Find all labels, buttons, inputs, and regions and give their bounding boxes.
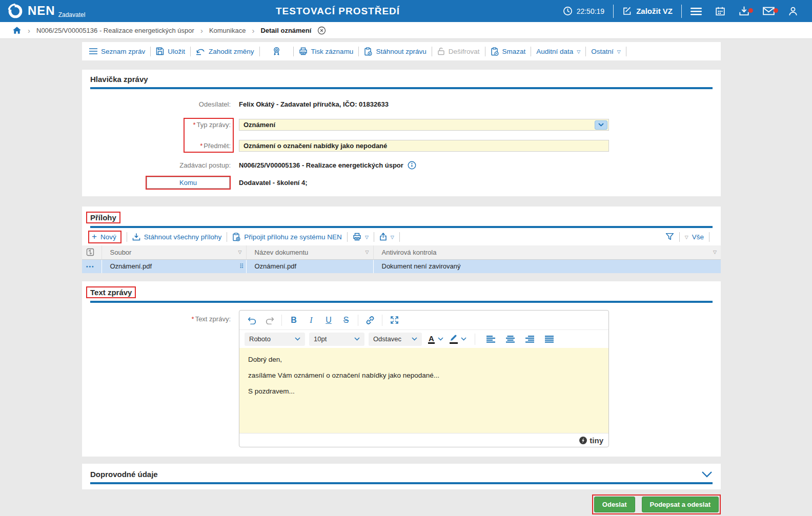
user-profile-button[interactable]: [781, 6, 805, 16]
italic-button[interactable]: I: [303, 313, 319, 327]
audit-data-menu[interactable]: Auditní data ▽: [536, 48, 580, 55]
align-right-button[interactable]: [522, 332, 538, 346]
recipients-button[interactable]: Komu: [147, 177, 230, 189]
collapse-chevron-icon[interactable]: [701, 471, 713, 478]
downloads-notification-dot: [748, 8, 753, 13]
editor-toolbar-row1: B I U S: [239, 311, 608, 329]
message-header-section: Hlavička zprávy Odesílatel: Felix Okátý …: [82, 70, 721, 196]
tiny-brand-text[interactable]: tiny: [590, 436, 603, 445]
undo-button[interactable]: [245, 313, 260, 327]
align-justify-button[interactable]: [542, 332, 557, 346]
message-text-input[interactable]: Dobrý den, zasíláme Vám oznámení o označ…: [239, 348, 608, 433]
message-type-select[interactable]: Oznámení: [239, 119, 609, 131]
cell-nazev[interactable]: Oznámení.pdf: [246, 259, 373, 273]
column-header-antivir[interactable]: Antivirová kontrola ▽: [373, 245, 721, 259]
seal-button[interactable]: [265, 47, 288, 56]
top-header-bar: NEN Zadavatel TESTOVACÍ PROSTŘEDÍ 22:50:…: [0, 0, 812, 22]
divider: [259, 47, 260, 56]
divider: [399, 232, 400, 242]
divider: [281, 315, 282, 326]
column-header-nazev[interactable]: Název dokumentu ▽: [246, 245, 373, 259]
breadcrumb: › N006/25/V00005136 - Realizace energeti…: [0, 22, 812, 39]
create-vz-button[interactable]: Založit VZ: [616, 6, 679, 16]
new-attachment-button[interactable]: + Nový: [92, 233, 116, 241]
redo-button[interactable]: [262, 313, 277, 327]
breadcrumb-item-komunikace[interactable]: Komunikace: [209, 27, 246, 34]
divider: [150, 47, 151, 56]
dropdown-triangle-icon: ▽: [685, 235, 688, 240]
section-title-hlavicka: Hlavička zprávy: [90, 75, 148, 84]
editor-toolbar-row2: Roboto 10pt Odstavec A: [239, 329, 608, 348]
record-toolbar: Seznam zpráv Uložit Zahodit změny Tisk z…: [82, 42, 721, 60]
divider: [681, 5, 682, 18]
home-icon[interactable]: [12, 26, 22, 34]
breadcrumb-separator: ›: [200, 26, 203, 35]
print-attachments-button[interactable]: ▽: [353, 233, 369, 241]
nen-logo[interactable]: NEN Zadavatel: [7, 3, 85, 19]
procedure-value: N006/25/V00005136 - Realizace energetick…: [239, 161, 403, 169]
divider: [227, 232, 227, 242]
mail-icon: [763, 6, 775, 16]
message-text-section: Text zprávy *Text zprávy: B I U: [82, 281, 721, 457]
cell-soubor[interactable]: Oznámení.pdf ⠿: [102, 259, 246, 273]
column-header-soubor[interactable]: Soubor ▽: [102, 245, 246, 259]
highlight-color-button[interactable]: [450, 334, 466, 344]
export-attachments-button[interactable]: ▽: [379, 233, 394, 241]
strikethrough-button[interactable]: S: [338, 313, 354, 327]
divider: [613, 5, 614, 18]
brand-name: NEN: [28, 3, 55, 18]
discard-changes-button[interactable]: Zahodit změny: [196, 48, 254, 55]
align-center-button[interactable]: [503, 332, 518, 346]
subject-input[interactable]: Oznámení o označení nabídky jako nepodan…: [239, 140, 609, 152]
filter-scope-select[interactable]: ▽ Vše: [685, 233, 704, 241]
close-tab-icon[interactable]: [317, 26, 326, 35]
drag-handle-icon[interactable]: ⠿: [239, 263, 244, 270]
calendar-button[interactable]: [708, 6, 732, 16]
delete-button[interactable]: Smazat: [491, 47, 526, 56]
attachments-table: Soubor ▽ Název dokumentu ▽ Antivirová ko…: [82, 245, 721, 273]
brand-role: Zadavatel: [58, 11, 86, 18]
attach-from-nen-button[interactable]: Připojit přílohu ze systému NEN: [232, 233, 342, 241]
fullscreen-button[interactable]: [387, 313, 402, 327]
send-button[interactable]: Odeslat: [594, 497, 635, 512]
messages-button[interactable]: [756, 6, 781, 16]
column-filter-icon[interactable]: ▽: [238, 250, 242, 255]
message-line: Dobrý den,: [248, 356, 600, 363]
downloads-button[interactable]: [732, 6, 756, 16]
text-color-button[interactable]: A: [428, 335, 443, 344]
other-menu[interactable]: Ostatní ▽: [591, 48, 620, 55]
section-title-doprovodne: Doprovodné údaje: [90, 470, 158, 479]
select-chevron-button[interactable]: [595, 120, 607, 130]
download-message-button[interactable]: Stáhnout zprávu: [364, 47, 426, 56]
divider: [626, 47, 626, 56]
link-button[interactable]: [362, 313, 378, 327]
block-format-select[interactable]: Odstavec: [369, 333, 422, 346]
message-list-button[interactable]: Seznam zpráv: [89, 48, 145, 55]
filter-button[interactable]: [665, 233, 674, 241]
column-chooser-header[interactable]: [82, 245, 102, 259]
underline-button[interactable]: U: [321, 313, 336, 327]
align-left-button[interactable]: [483, 332, 499, 346]
sign-and-send-button[interactable]: Podepsat a odeslat: [642, 497, 719, 512]
divider: [585, 47, 586, 56]
bold-button[interactable]: B: [286, 313, 301, 327]
sender-label: Odesílatel:: [82, 100, 234, 108]
nen-logo-icon: [7, 3, 24, 19]
font-size-select[interactable]: 10pt: [309, 333, 364, 346]
attachment-row[interactable]: ••• Oznámení.pdf ⠿ Oznámení.pdf Dokument…: [82, 259, 721, 273]
breadcrumb-item-procedure[interactable]: N006/25/V00005136 - Realizace energetick…: [36, 27, 194, 34]
info-icon[interactable]: [408, 161, 416, 170]
message-line: S pozdravem...: [248, 387, 600, 395]
column-filter-icon[interactable]: ▽: [366, 250, 369, 255]
section-title-prilohy: Přílohy: [86, 212, 120, 223]
save-button[interactable]: Uložit: [156, 47, 185, 55]
column-filter-icon[interactable]: ▽: [713, 250, 717, 255]
user-icon: [788, 6, 798, 16]
print-record-button[interactable]: Tisk záznamu: [299, 47, 354, 55]
message-type-label: *Typ zprávy:: [82, 121, 234, 129]
plus-icon: +: [92, 233, 97, 240]
main-menu-button[interactable]: [684, 7, 708, 16]
download-all-attachments-button[interactable]: Stáhnout všechny přílohy: [132, 233, 222, 241]
row-menu-icon[interactable]: •••: [86, 264, 95, 270]
font-family-select[interactable]: Roboto: [245, 333, 305, 346]
